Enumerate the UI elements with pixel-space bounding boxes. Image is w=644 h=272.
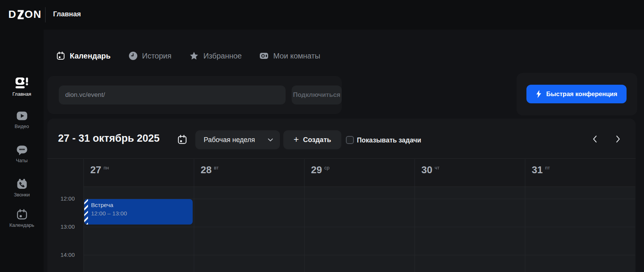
sidebar-item-label: Звонки: [14, 192, 30, 198]
grid-column-thu: [415, 187, 525, 272]
video-play-icon: [16, 110, 28, 122]
calendar-icon: [16, 209, 28, 220]
time-label: 13:00: [55, 223, 75, 230]
conference-link-input[interactable]: [59, 85, 286, 104]
grid-line-14: [83, 255, 635, 255]
topbar: DON Главная: [0, 0, 644, 30]
day-header-row: 27 пн 28 вт 29 ср 30 чт 31 пт: [83, 159, 635, 187]
day-number: 27: [90, 164, 101, 175]
date-range-title: 27 - 31 октябрь 2025: [58, 133, 160, 144]
create-event-label: Создать: [303, 136, 331, 144]
sidebar-item-home[interactable]: Главная: [0, 77, 44, 97]
day-weekday: чт: [435, 165, 440, 171]
day-header-fri: 31 пт: [525, 159, 635, 187]
view-mode-select[interactable]: Рабочая неделя: [195, 130, 280, 149]
plus-icon: +: [294, 135, 299, 144]
sidebar-item-video[interactable]: Видео: [0, 110, 44, 129]
day-number: 28: [201, 164, 212, 175]
show-tasks-label: Показывать задачи: [357, 136, 421, 144]
join-conference-panel: Подключиться: [47, 76, 342, 114]
chat-bubble-icon: [16, 144, 28, 156]
clock-icon: [129, 51, 138, 60]
breadcrumb: Главная: [53, 10, 81, 18]
sidebar-item-label: Чаты: [16, 158, 28, 163]
sidebar-item-chats[interactable]: Чаты: [0, 144, 44, 163]
day-header-mon: 27 пн: [83, 159, 194, 187]
event-title: Встреча: [91, 202, 127, 209]
tab-label: История: [142, 52, 172, 60]
calendar-panel: 27 - 31 октябрь 2025 Рабочая неделя + Со…: [47, 119, 636, 272]
next-week-button[interactable]: [613, 134, 622, 144]
home-camera-icon: [15, 77, 29, 89]
tab-favorites[interactable]: Избранное: [189, 51, 242, 60]
dion-logo: DON: [8, 8, 42, 21]
date-picker-icon[interactable]: [177, 134, 187, 145]
time-label: 12:00: [55, 195, 75, 202]
day-header-thu: 30 чт: [415, 159, 525, 187]
tab-calendar[interactable]: Календарь: [56, 51, 111, 60]
create-event-button[interactable]: + Создать: [283, 130, 341, 149]
day-weekday: вт: [214, 165, 219, 171]
calendar-header: 27 - 31 октябрь 2025 Рабочая неделя + Со…: [47, 119, 636, 159]
grid-column-tue: [194, 187, 304, 272]
sidebar-item-calls[interactable]: Звонки: [0, 179, 44, 198]
quick-conference-button[interactable]: Быстрая конференция: [526, 85, 627, 103]
chevron-down-icon: [268, 138, 273, 142]
tab-history[interactable]: История: [129, 51, 172, 60]
sidebar-item-calendar[interactable]: Календарь: [0, 209, 44, 228]
prev-week-button[interactable]: [591, 134, 600, 144]
sidebar-item-label: Календарь: [9, 222, 35, 228]
tab-label: Мои комнаты: [273, 52, 320, 60]
day-number: 29: [311, 164, 322, 175]
event-block[interactable]: Встреча 12:00 – 13:00: [84, 199, 193, 225]
grid-column-fri: [525, 187, 635, 272]
day-number: 30: [421, 164, 432, 175]
grid-line-13: [83, 227, 635, 227]
day-weekday: ср: [324, 165, 330, 171]
sidebar-item-label: Видео: [15, 123, 29, 129]
tab-label: Избранное: [203, 52, 242, 60]
main-tabs: Календарь История Избранное Мои комнаты: [56, 47, 320, 65]
event-time: 12:00 – 13:00: [91, 210, 127, 217]
day-number: 31: [532, 164, 543, 175]
lightning-icon: [536, 90, 542, 98]
day-weekday: пт: [545, 165, 550, 171]
sidebar: Главная Видео Чаты Звонки: [0, 30, 44, 272]
view-mode-value: Рабочая неделя: [204, 136, 268, 144]
quick-conference-panel: Быстрая конференция: [517, 73, 637, 115]
day-weekday: пн: [104, 165, 109, 171]
star-icon: [189, 51, 199, 60]
day-header-wed: 29 ср: [304, 159, 415, 187]
phone-call-icon: [16, 179, 28, 190]
calendar-icon: [56, 51, 65, 60]
show-tasks-checkbox[interactable]: [346, 136, 354, 144]
topbar-divider: [45, 7, 46, 22]
day-header-tue: 28 вт: [194, 159, 304, 187]
join-button[interactable]: Подключиться: [292, 85, 342, 104]
logo-slash-icon: [17, 10, 24, 19]
tab-my-rooms[interactable]: Мои комнаты: [259, 51, 320, 60]
camera-icon: [259, 51, 269, 60]
event-stripe-decoration: [84, 199, 88, 225]
time-label: 14:00: [55, 251, 75, 258]
tab-label: Календарь: [70, 52, 111, 60]
grid-column-wed: [304, 187, 415, 272]
quick-conference-label: Быстрая конференция: [546, 90, 617, 98]
sidebar-item-label: Главная: [13, 91, 31, 97]
